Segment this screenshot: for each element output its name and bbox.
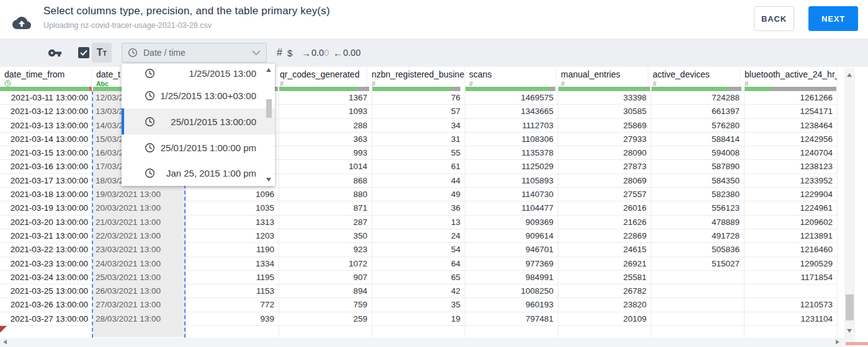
table-cell[interactable]: 759 <box>279 298 372 311</box>
table-cell[interactable]: 288 <box>279 119 372 132</box>
table-cell[interactable]: 960193 <box>465 298 558 311</box>
table-cell[interactable]: 287 <box>279 216 372 229</box>
table-cell[interactable]: 871 <box>279 201 372 214</box>
table-cell[interactable]: 505836 <box>651 243 745 256</box>
table-cell[interactable]: 26921 <box>558 257 651 270</box>
table-cell[interactable]: 939 <box>186 312 279 325</box>
column-header-bluetooth_active_24_hr_[interactable]: bluetooth_active_24_hr_# <box>740 67 838 87</box>
table-cell[interactable]: 27873 <box>558 160 651 173</box>
table-cell[interactable]: 2021-03-14 13:00:00 <box>0 133 93 146</box>
table-cell[interactable]: 19/03/2021 13:00 <box>93 188 186 201</box>
table-cell[interactable]: 1254171 <box>745 105 838 118</box>
table-cell[interactable]: 28090 <box>558 146 651 159</box>
table-cell[interactable]: 946701 <box>465 243 558 256</box>
table-cell[interactable]: 977369 <box>465 257 558 270</box>
table-cell[interactable]: 13 <box>372 216 465 229</box>
table-cell[interactable] <box>651 312 745 325</box>
table-cell[interactable]: 1171854 <box>745 271 838 284</box>
table-cell[interactable]: 1343665 <box>465 105 558 118</box>
table-cell[interactable]: 21/03/2021 13:00 <box>93 216 186 229</box>
column-header-active_devices[interactable]: active_devices# <box>648 67 740 87</box>
table-cell[interactable]: 27/03/2021 13:00 <box>93 298 186 311</box>
table-cell[interactable]: 30585 <box>558 105 651 118</box>
table-cell[interactable]: 880 <box>279 188 372 201</box>
table-cell[interactable]: 907 <box>279 271 372 284</box>
table-cell[interactable]: 24615 <box>558 243 651 256</box>
scroll-left-icon[interactable] <box>3 340 7 345</box>
table-cell[interactable]: 2021-03-25 13:00:00 <box>0 284 93 297</box>
table-cell[interactable]: 350 <box>279 229 372 242</box>
table-cell[interactable]: 2021-03-12 13:00:00 <box>0 105 93 118</box>
column-header-scans[interactable]: scans# <box>465 67 557 87</box>
table-cell[interactable]: 1035 <box>186 201 279 214</box>
table-cell[interactable]: 21626 <box>558 216 651 229</box>
table-cell[interactable]: 42 <box>372 284 465 297</box>
table-cell[interactable]: 993 <box>279 146 372 159</box>
table-cell[interactable]: 2021-03-17 13:00:00 <box>0 174 93 187</box>
back-button[interactable]: BACK <box>754 6 794 31</box>
table-cell[interactable] <box>186 326 279 337</box>
table-cell[interactable]: 55 <box>372 146 465 159</box>
format-option[interactable]: Jan 25, 2015 1:00 pm <box>122 160 275 186</box>
table-cell[interactable]: 1240704 <box>745 146 838 159</box>
table-cell[interactable] <box>745 326 838 337</box>
scroll-up-icon[interactable] <box>266 68 271 72</box>
table-cell[interactable]: 57 <box>372 105 465 118</box>
table-cell[interactable]: 1233952 <box>745 174 838 187</box>
table-cell[interactable]: 1238123 <box>745 160 838 173</box>
table-cell[interactable]: 909614 <box>465 229 558 242</box>
table-cell[interactable]: 1203 <box>186 229 279 242</box>
format-option[interactable]: 25/01/2015 1:00:00 pm <box>122 134 275 160</box>
table-cell[interactable]: 2021-03-27 13:00:00 <box>0 312 93 325</box>
vertical-scroll-thumb[interactable] <box>846 294 854 320</box>
table-cell[interactable]: 65 <box>372 271 465 284</box>
table-cell[interactable]: 26016 <box>558 201 651 214</box>
table-cell[interactable]: 19 <box>372 312 465 325</box>
table-cell[interactable]: 491728 <box>651 229 745 242</box>
dropdown-scroll-thumb[interactable] <box>266 99 272 118</box>
table-cell[interactable]: 24/03/2021 13:00 <box>93 257 186 270</box>
table-cell[interactable]: 44 <box>372 174 465 187</box>
table-cell[interactable]: 868 <box>279 174 372 187</box>
table-cell[interactable]: 2021-03-21 13:00:00 <box>0 229 93 242</box>
table-cell[interactable]: 1153 <box>186 284 279 297</box>
table-cell[interactable]: 1469575 <box>465 91 558 104</box>
table-cell[interactable]: 923 <box>279 243 372 256</box>
table-cell[interactable]: 515027 <box>651 257 745 270</box>
table-cell[interactable]: 1093 <box>279 105 372 118</box>
table-cell[interactable] <box>651 284 745 297</box>
text-type-button[interactable]: Tt <box>92 43 112 63</box>
table-cell[interactable]: 1210573 <box>745 298 838 311</box>
table-cell[interactable]: 2021-03-19 13:00:00 <box>0 201 93 214</box>
table-cell[interactable]: 724288 <box>651 91 745 104</box>
table-cell[interactable]: 1135378 <box>465 146 558 159</box>
table-cell[interactable]: 76 <box>372 91 465 104</box>
table-cell[interactable] <box>745 284 838 297</box>
table-cell[interactable] <box>0 326 93 337</box>
type-format-select[interactable]: Date / time <box>122 43 267 63</box>
table-cell[interactable]: 1112703 <box>465 119 558 132</box>
table-cell[interactable]: 54 <box>372 243 465 256</box>
table-cell[interactable]: 2021-03-11 13:00:00 <box>0 91 93 104</box>
table-cell[interactable]: 1105893 <box>465 174 558 187</box>
table-cell[interactable]: 2021-03-23 13:00:00 <box>0 257 93 270</box>
table-cell[interactable]: 1290529 <box>745 257 838 270</box>
column-header-manual_entries[interactable]: manual_entries# <box>557 67 648 87</box>
table-cell[interactable] <box>279 326 372 337</box>
table-cell[interactable] <box>372 326 465 337</box>
table-cell[interactable] <box>465 326 558 337</box>
table-cell[interactable] <box>651 298 745 311</box>
primary-key-icon[interactable] <box>48 46 62 60</box>
table-cell[interactable] <box>93 326 186 337</box>
table-cell[interactable]: 1190 <box>186 243 279 256</box>
scroll-up-icon[interactable] <box>847 73 852 77</box>
column-header-nzbn_registered_busine[interactable]: nzbn_registered_busine# <box>367 67 465 87</box>
table-cell[interactable]: 1229904 <box>745 188 838 201</box>
table-cell[interactable] <box>651 326 745 337</box>
table-cell[interactable]: 23820 <box>558 298 651 311</box>
table-cell[interactable]: 1108306 <box>465 133 558 146</box>
table-cell[interactable]: 1367 <box>279 91 372 104</box>
table-cell[interactable]: 2021-03-16 13:00:00 <box>0 160 93 173</box>
decrease-precision-button[interactable]: ←0.00 <box>333 38 360 67</box>
table-cell[interactable]: 26782 <box>558 284 651 297</box>
